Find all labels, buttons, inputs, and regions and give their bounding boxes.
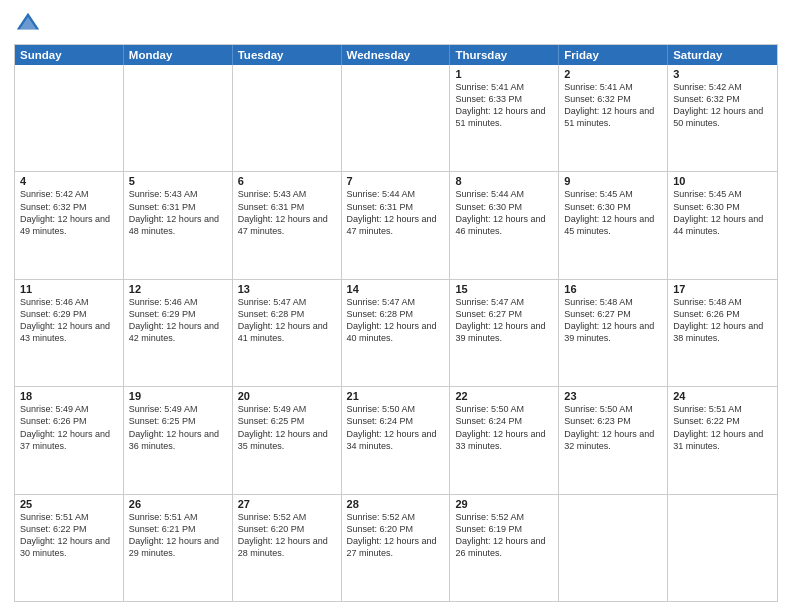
cell-info-line: Sunrise: 5:52 AM (347, 511, 445, 523)
cell-info-line: Sunrise: 5:45 AM (673, 188, 772, 200)
cell-info-line: Daylight: 12 hours and 44 minutes. (673, 213, 772, 237)
day-number: 1 (455, 68, 553, 80)
logo-icon (14, 10, 42, 38)
cell-info-line: Sunset: 6:31 PM (238, 201, 336, 213)
cell-info-line: Sunrise: 5:45 AM (564, 188, 662, 200)
cell-info-line: Sunset: 6:20 PM (238, 523, 336, 535)
cell-info-line: Sunset: 6:30 PM (455, 201, 553, 213)
day-cell-7: 7Sunrise: 5:44 AMSunset: 6:31 PMDaylight… (342, 172, 451, 278)
day-number: 18 (20, 390, 118, 402)
cell-info-line: Daylight: 12 hours and 41 minutes. (238, 320, 336, 344)
cell-info-line: Sunrise: 5:51 AM (129, 511, 227, 523)
cell-info-line: Sunset: 6:33 PM (455, 93, 553, 105)
cell-info-line: Sunrise: 5:44 AM (455, 188, 553, 200)
cell-info-line: Sunset: 6:28 PM (347, 308, 445, 320)
cell-info-line: Sunset: 6:29 PM (20, 308, 118, 320)
cell-info-line: Sunset: 6:25 PM (238, 415, 336, 427)
cell-info-line: Sunrise: 5:50 AM (564, 403, 662, 415)
cell-info-line: Sunset: 6:22 PM (673, 415, 772, 427)
day-number: 26 (129, 498, 227, 510)
cell-info-line: Sunrise: 5:47 AM (455, 296, 553, 308)
cell-info-line: Sunrise: 5:52 AM (238, 511, 336, 523)
day-number: 23 (564, 390, 662, 402)
cell-info-line: Sunset: 6:32 PM (20, 201, 118, 213)
page: SundayMondayTuesdayWednesdayThursdayFrid… (0, 0, 792, 612)
cell-info-line: Sunrise: 5:42 AM (20, 188, 118, 200)
empty-cell (559, 495, 668, 601)
header-day-wednesday: Wednesday (342, 45, 451, 65)
calendar-row-3: 11Sunrise: 5:46 AMSunset: 6:29 PMDayligh… (15, 279, 777, 386)
cell-info-line: Daylight: 12 hours and 51 minutes. (455, 105, 553, 129)
day-number: 8 (455, 175, 553, 187)
cell-info-line: Sunrise: 5:41 AM (455, 81, 553, 93)
cell-info-line: Sunset: 6:26 PM (20, 415, 118, 427)
day-cell-11: 11Sunrise: 5:46 AMSunset: 6:29 PMDayligh… (15, 280, 124, 386)
day-cell-16: 16Sunrise: 5:48 AMSunset: 6:27 PMDayligh… (559, 280, 668, 386)
cell-info-line: Sunrise: 5:48 AM (673, 296, 772, 308)
header (14, 10, 778, 38)
day-cell-4: 4Sunrise: 5:42 AMSunset: 6:32 PMDaylight… (15, 172, 124, 278)
day-number: 19 (129, 390, 227, 402)
cell-info-line: Sunset: 6:31 PM (347, 201, 445, 213)
cell-info-line: Daylight: 12 hours and 26 minutes. (455, 535, 553, 559)
cell-info-line: Daylight: 12 hours and 36 minutes. (129, 428, 227, 452)
cell-info-line: Sunset: 6:30 PM (673, 201, 772, 213)
day-number: 14 (347, 283, 445, 295)
calendar-row-4: 18Sunrise: 5:49 AMSunset: 6:26 PMDayligh… (15, 386, 777, 493)
logo (14, 10, 46, 38)
cell-info-line: Daylight: 12 hours and 47 minutes. (347, 213, 445, 237)
header-day-sunday: Sunday (15, 45, 124, 65)
day-cell-2: 2Sunrise: 5:41 AMSunset: 6:32 PMDaylight… (559, 65, 668, 171)
cell-info-line: Sunrise: 5:52 AM (455, 511, 553, 523)
cell-info-line: Sunset: 6:31 PM (129, 201, 227, 213)
day-number: 2 (564, 68, 662, 80)
header-day-monday: Monday (124, 45, 233, 65)
day-cell-1: 1Sunrise: 5:41 AMSunset: 6:33 PMDaylight… (450, 65, 559, 171)
cell-info-line: Daylight: 12 hours and 49 minutes. (20, 213, 118, 237)
day-cell-29: 29Sunrise: 5:52 AMSunset: 6:19 PMDayligh… (450, 495, 559, 601)
cell-info-line: Daylight: 12 hours and 32 minutes. (564, 428, 662, 452)
cell-info-line: Sunrise: 5:47 AM (347, 296, 445, 308)
day-cell-22: 22Sunrise: 5:50 AMSunset: 6:24 PMDayligh… (450, 387, 559, 493)
day-number: 25 (20, 498, 118, 510)
header-day-tuesday: Tuesday (233, 45, 342, 65)
day-cell-26: 26Sunrise: 5:51 AMSunset: 6:21 PMDayligh… (124, 495, 233, 601)
header-day-saturday: Saturday (668, 45, 777, 65)
empty-cell (15, 65, 124, 171)
calendar-header: SundayMondayTuesdayWednesdayThursdayFrid… (15, 45, 777, 65)
cell-info-line: Daylight: 12 hours and 37 minutes. (20, 428, 118, 452)
cell-info-line: Sunrise: 5:48 AM (564, 296, 662, 308)
day-number: 21 (347, 390, 445, 402)
day-number: 29 (455, 498, 553, 510)
cell-info-line: Sunset: 6:22 PM (20, 523, 118, 535)
day-cell-17: 17Sunrise: 5:48 AMSunset: 6:26 PMDayligh… (668, 280, 777, 386)
day-cell-25: 25Sunrise: 5:51 AMSunset: 6:22 PMDayligh… (15, 495, 124, 601)
day-number: 5 (129, 175, 227, 187)
cell-info-line: Sunrise: 5:50 AM (455, 403, 553, 415)
day-number: 7 (347, 175, 445, 187)
cell-info-line: Sunset: 6:23 PM (564, 415, 662, 427)
cell-info-line: Sunset: 6:27 PM (455, 308, 553, 320)
cell-info-line: Daylight: 12 hours and 29 minutes. (129, 535, 227, 559)
day-cell-23: 23Sunrise: 5:50 AMSunset: 6:23 PMDayligh… (559, 387, 668, 493)
cell-info-line: Daylight: 12 hours and 40 minutes. (347, 320, 445, 344)
day-cell-19: 19Sunrise: 5:49 AMSunset: 6:25 PMDayligh… (124, 387, 233, 493)
cell-info-line: Sunrise: 5:49 AM (129, 403, 227, 415)
day-number: 24 (673, 390, 772, 402)
cell-info-line: Sunset: 6:24 PM (455, 415, 553, 427)
cell-info-line: Sunset: 6:24 PM (347, 415, 445, 427)
calendar-row-1: 1Sunrise: 5:41 AMSunset: 6:33 PMDaylight… (15, 65, 777, 171)
day-number: 13 (238, 283, 336, 295)
cell-info-line: Sunrise: 5:49 AM (20, 403, 118, 415)
empty-cell (124, 65, 233, 171)
cell-info-line: Daylight: 12 hours and 46 minutes. (455, 213, 553, 237)
header-day-friday: Friday (559, 45, 668, 65)
cell-info-line: Sunrise: 5:51 AM (673, 403, 772, 415)
day-number: 4 (20, 175, 118, 187)
empty-cell (233, 65, 342, 171)
day-number: 20 (238, 390, 336, 402)
day-cell-6: 6Sunrise: 5:43 AMSunset: 6:31 PMDaylight… (233, 172, 342, 278)
cell-info-line: Sunrise: 5:51 AM (20, 511, 118, 523)
cell-info-line: Daylight: 12 hours and 33 minutes. (455, 428, 553, 452)
empty-cell (668, 495, 777, 601)
